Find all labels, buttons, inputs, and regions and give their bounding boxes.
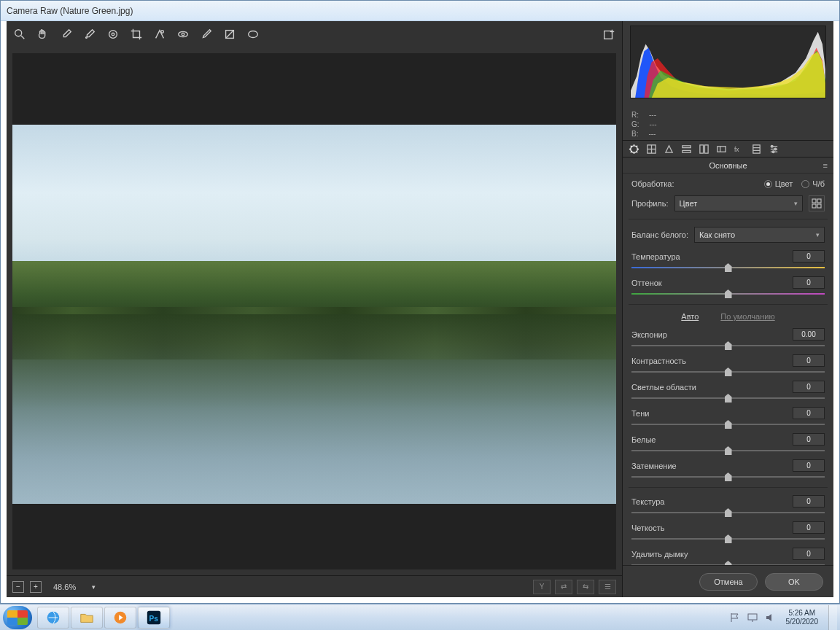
temp-thumb[interactable] <box>725 263 732 272</box>
hand-icon[interactable] <box>36 27 50 42</box>
redeye-icon[interactable] <box>176 27 190 42</box>
swap-icon[interactable]: ⇄ <box>555 580 572 594</box>
texture-value[interactable]: 0 <box>793 495 825 508</box>
eyedropper-icon[interactable] <box>59 27 74 42</box>
tab-basic-icon[interactable] <box>627 142 640 155</box>
ok-button[interactable]: OK <box>765 573 823 591</box>
texture-track[interactable] <box>631 510 825 516</box>
blacks-value[interactable]: 0 <box>793 459 825 472</box>
brush-icon[interactable] <box>199 27 214 42</box>
auto-link[interactable]: Авто <box>681 312 699 321</box>
tab-presets-icon[interactable] <box>767 142 780 155</box>
network-icon[interactable] <box>747 612 758 623</box>
tab-fx-icon[interactable]: fx <box>732 142 745 155</box>
shadows-value[interactable]: 0 <box>793 407 825 419</box>
tab-curve-icon[interactable] <box>645 142 658 155</box>
zoom-dropdown-icon[interactable]: ▾ <box>88 583 100 591</box>
treatment-label: Обработка: <box>631 179 674 188</box>
profile-browser-icon[interactable] <box>809 195 825 211</box>
flag-icon[interactable] <box>729 612 741 623</box>
whites-value[interactable]: 0 <box>793 433 825 446</box>
taskbar-photoshop[interactable]: Ps <box>138 607 170 629</box>
clock[interactable]: 5:26 AM 5/20/2020 <box>786 609 819 626</box>
svg-point-3 <box>109 31 117 39</box>
expand-icon[interactable]: + <box>30 581 42 593</box>
wb-select[interactable]: Как снято <box>694 227 825 243</box>
tab-detail-icon[interactable] <box>662 142 675 155</box>
bottom-bar: − + 48.6% ▾ Y ⇄ ⇆ ☰ <box>7 575 622 597</box>
default-link[interactable]: По умолчанию <box>720 312 774 321</box>
zoom-level[interactable]: 48.6% <box>47 581 82 593</box>
tab-calib-icon[interactable] <box>750 142 763 155</box>
svg-rect-35 <box>817 199 821 203</box>
shadows-track[interactable] <box>631 421 825 427</box>
start-button[interactable] <box>3 606 32 629</box>
b-label: B: <box>631 129 638 139</box>
taskbar-media[interactable] <box>104 607 136 629</box>
tint-thumb[interactable] <box>725 289 732 298</box>
titlebar[interactable]: Camera Raw (Nature Green.jpg) <box>1 1 839 21</box>
profile-select[interactable]: Цвет <box>674 195 803 211</box>
g-label: G: <box>631 120 639 129</box>
svg-rect-25 <box>752 144 759 152</box>
svg-rect-19 <box>682 150 690 152</box>
sound-icon[interactable] <box>764 612 776 623</box>
color-sampler-icon[interactable] <box>82 27 97 42</box>
histogram[interactable] <box>630 26 826 98</box>
profile-label: Профиль: <box>631 199 669 208</box>
exposure-track[interactable] <box>631 343 825 349</box>
preset-new-icon[interactable] <box>602 27 616 42</box>
dehaze-track[interactable] <box>631 562 825 565</box>
contrast-value[interactable]: 0 <box>793 354 825 367</box>
target-adjust-icon[interactable] <box>106 27 120 42</box>
wb-label: Баланс белого: <box>631 230 688 239</box>
svg-point-10 <box>249 31 258 38</box>
svg-rect-18 <box>682 145 690 147</box>
svg-point-0 <box>15 30 22 36</box>
tint-track[interactable] <box>631 291 825 297</box>
cancel-button[interactable]: Отмена <box>699 573 758 591</box>
svg-line-1 <box>21 36 25 39</box>
system-tray: 5:26 AM 5/20/2020 <box>729 605 838 630</box>
temp-value[interactable]: 0 <box>793 250 825 262</box>
whites-track[interactable] <box>631 448 825 454</box>
tab-hsl-icon[interactable] <box>680 142 693 155</box>
panel-menu-icon[interactable]: ≡ <box>823 161 828 170</box>
taskbar-ie[interactable] <box>37 607 69 629</box>
dehaze-value[interactable]: 0 <box>793 548 825 560</box>
copy-settings-icon[interactable]: ⇆ <box>577 580 594 594</box>
shrink-icon[interactable]: − <box>12 581 24 593</box>
clarity-value[interactable]: 0 <box>793 521 825 534</box>
taskbar[interactable]: Ps 5:26 AM 5/20/2020 <box>0 604 840 630</box>
tab-lens-icon[interactable] <box>715 142 728 155</box>
before-after-toggle[interactable]: Y <box>533 580 551 594</box>
contrast-track[interactable] <box>631 369 825 375</box>
gradient-icon[interactable] <box>222 27 237 42</box>
svg-line-9 <box>226 31 234 39</box>
dialog-footer: Отмена OK <box>623 565 833 597</box>
svg-rect-34 <box>812 199 816 203</box>
blacks-track[interactable] <box>631 474 825 480</box>
radio-color[interactable]: Цвет <box>764 179 793 188</box>
tab-split-icon[interactable] <box>697 142 710 155</box>
radio-bw[interactable]: Ч/б <box>801 179 825 188</box>
radial-icon[interactable] <box>246 27 260 42</box>
temp-track[interactable] <box>631 265 825 271</box>
svg-point-33 <box>772 150 774 152</box>
panel-title: Основные ≡ <box>623 158 833 174</box>
exposure-value[interactable]: 0.00 <box>793 328 825 341</box>
spot-removal-icon[interactable] <box>152 27 167 42</box>
window-title: Camera Raw (Nature Green.jpg) <box>7 6 133 16</box>
zoom-icon[interactable] <box>12 27 27 42</box>
svg-point-32 <box>774 148 776 150</box>
settings-icon[interactable]: ☰ <box>599 580 616 594</box>
crop-icon[interactable] <box>129 27 144 42</box>
image-preview[interactable] <box>12 53 616 569</box>
tint-value[interactable]: 0 <box>793 276 825 289</box>
app-body: − + 48.6% ▾ Y ⇄ ⇆ ☰ <box>7 21 833 597</box>
taskbar-explorer[interactable] <box>71 607 103 629</box>
highlights-track[interactable] <box>631 395 825 401</box>
highlights-value[interactable]: 0 <box>793 381 825 393</box>
show-desktop[interactable] <box>828 605 837 630</box>
clarity-track[interactable] <box>631 536 825 542</box>
